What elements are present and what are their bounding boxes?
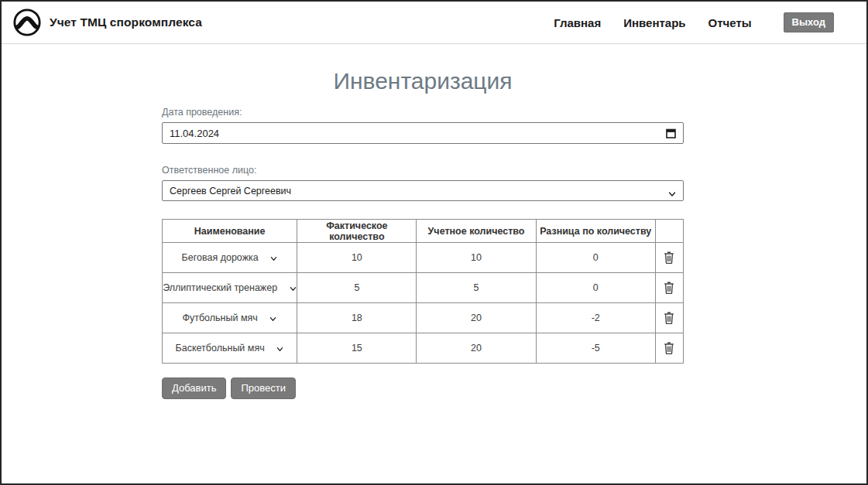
actual-quantity[interactable]: 5 [354, 282, 359, 293]
item-select[interactable]: Футбольный мяч [182, 313, 276, 323]
trash-icon [664, 254, 674, 266]
person-field-group: Ответственное лицо: Сергеев Сергей Серге… [162, 165, 684, 201]
main-nav: Главная Инвентарь Отчеты [554, 16, 751, 29]
col-header-actual: Фактическое количество [297, 220, 417, 243]
table-row: Беговая дорожка 10 10 0 [163, 243, 684, 273]
person-value: Сергеев Сергей Сергеевич [170, 186, 291, 196]
chevron-down-icon [269, 314, 277, 322]
inventory-table-body: Беговая дорожка 10 10 0 [163, 243, 684, 364]
item-name: Футбольный мяч [182, 313, 257, 323]
table-row: Эллиптический тренажер 5 5 0 [163, 273, 684, 303]
recorded-quantity: 10 [471, 252, 482, 263]
item-select[interactable]: Баскетбольный мяч [176, 343, 284, 354]
header: Учет ТМЦ споркомплекса Главная Инвентарь… [2, 2, 866, 44]
table-row: Футбольный мяч 18 20 -2 [163, 303, 684, 333]
item-name: Баскетбольный мяч [176, 343, 265, 354]
actual-quantity[interactable]: 15 [352, 343, 362, 354]
quantity-difference: -2 [592, 313, 600, 323]
quantity-difference: 0 [593, 282, 599, 293]
actual-quantity[interactable]: 10 [352, 252, 362, 263]
person-label: Ответственное лицо: [162, 165, 684, 176]
inventory-table: Наименование Фактическое количество Учет… [162, 219, 684, 364]
trash-icon [664, 345, 674, 357]
table-row: Баскетбольный мяч 15 20 -5 [163, 333, 684, 364]
chevron-down-icon [289, 284, 297, 292]
submit-inventory-button[interactable]: Провести [231, 377, 296, 399]
col-header-recorded: Учетное количество [417, 220, 536, 243]
app-logo-icon [12, 8, 42, 37]
date-label: Дата проведения: [162, 107, 684, 118]
brand: Учет ТМЦ споркомплекса [12, 8, 202, 37]
delete-row-button[interactable] [662, 310, 676, 326]
date-value: 11.04.2024 [170, 128, 219, 139]
quantity-difference: -5 [592, 343, 600, 354]
add-row-button[interactable]: Добавить [162, 377, 226, 399]
date-input[interactable]: 11.04.2024 [162, 122, 684, 144]
chevron-down-icon [668, 187, 676, 195]
nav-item-home[interactable]: Главная [554, 16, 601, 29]
nav-item-inventory[interactable]: Инвентарь [623, 16, 685, 29]
date-field-group: Дата проведения: 11.04.2024 [162, 107, 684, 144]
person-select[interactable]: Сергеев Сергей Сергеевич [162, 180, 684, 201]
item-name: Беговая дорожка [182, 252, 259, 263]
item-select[interactable]: Беговая дорожка [182, 252, 278, 263]
table-header-row: Наименование Фактическое количество Учет… [163, 220, 684, 243]
chevron-down-icon [270, 254, 278, 261]
logout-button[interactable]: Выход [784, 12, 834, 32]
delete-row-button[interactable] [662, 250, 676, 265]
item-name: Эллиптический тренажер [163, 282, 277, 293]
recorded-quantity: 20 [471, 343, 482, 354]
recorded-quantity: 20 [471, 313, 482, 323]
inventory-table-head: Наименование Фактическое количество Учет… [163, 220, 684, 243]
trash-icon [664, 315, 674, 326]
calendar-icon[interactable] [666, 128, 676, 138]
page-title: Инвентаризация [162, 68, 684, 94]
nav-item-reports[interactable]: Отчеты [708, 16, 752, 29]
app-window: Учет ТМЦ споркомплекса Главная Инвентарь… [0, 0, 868, 485]
actual-quantity[interactable]: 18 [352, 313, 362, 323]
trash-icon [664, 285, 674, 296]
delete-row-button[interactable] [662, 340, 676, 356]
recorded-quantity: 5 [474, 282, 479, 293]
delete-row-button[interactable] [662, 280, 676, 295]
col-header-name: Наименование [163, 220, 297, 243]
main-content: Инвентаризация Дата проведения: 11.04.20… [162, 44, 684, 399]
item-select[interactable]: Эллиптический тренажер [163, 282, 297, 293]
chevron-down-icon [276, 344, 284, 352]
brand-title: Учет ТМЦ споркомплекса [50, 15, 202, 29]
col-header-actions [655, 220, 683, 243]
quantity-difference: 0 [593, 252, 599, 263]
col-header-difference: Разница по количеству [536, 220, 655, 243]
action-buttons: Добавить Провести [162, 377, 684, 399]
